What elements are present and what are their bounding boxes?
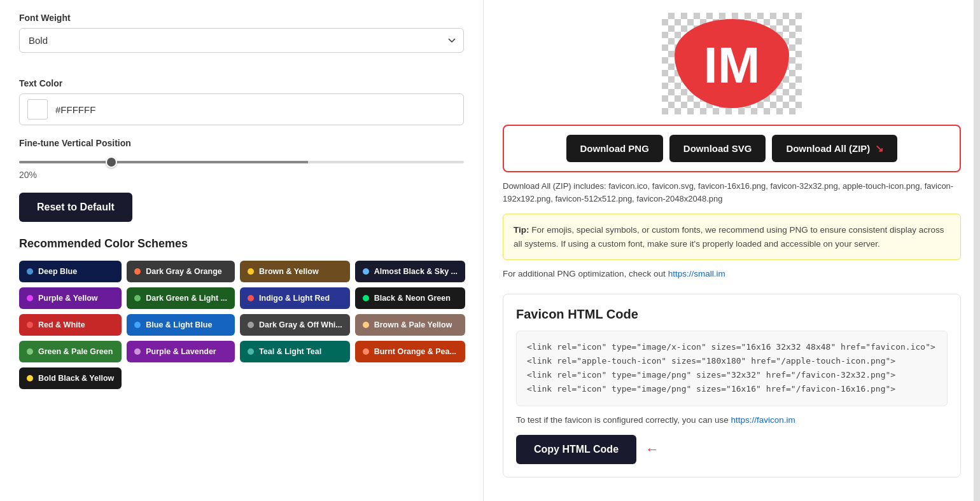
- download-buttons-wrapper: Download PNG Download SVG Download All (…: [503, 125, 961, 172]
- code-line: <link rel="icon" type="image/x-icon" siz…: [527, 340, 937, 354]
- scheme-dot-10: [248, 322, 254, 328]
- favicon-preview-container: IM: [503, 13, 961, 114]
- scheme-label-16: Bold Black & Yellow: [38, 374, 114, 383]
- scheme-item-5[interactable]: Dark Green & Light ...: [127, 287, 235, 309]
- scheme-dot-2: [248, 268, 254, 275]
- recommended-color-schemes-section: Recommended Color Schemes Deep BlueDark …: [19, 237, 464, 389]
- recommended-title: Recommended Color Schemes: [19, 237, 464, 251]
- scheme-item-3[interactable]: Almost Black & Sky ...: [355, 261, 465, 282]
- code-line: <link rel="apple-touch-icon" sizes="180x…: [527, 354, 937, 368]
- font-weight-label: Font Weight: [19, 13, 464, 23]
- scheme-label-1: Dark Gray & Orange: [146, 267, 222, 276]
- scheme-label-8: Red & White: [38, 320, 85, 329]
- tip-text: For emojis, special symbols, or custom f…: [514, 225, 944, 249]
- scheme-label-3: Almost Black & Sky ...: [374, 267, 458, 276]
- font-weight-select[interactable]: Bold: [19, 28, 464, 53]
- scheme-dot-9: [134, 322, 141, 328]
- download-svg-button[interactable]: Download SVG: [669, 135, 766, 162]
- scheme-item-10[interactable]: Dark Gray & Off Whi...: [240, 314, 350, 336]
- right-panel: IM Download PNG Download SVG Download Al…: [484, 0, 980, 501]
- download-info-text: Download All (ZIP) includes: favicon.ico…: [503, 180, 961, 205]
- scheme-label-11: Brown & Pale Yellow: [374, 320, 452, 329]
- left-panel: Font Weight Bold Text Color Fine-tune Ve…: [0, 0, 484, 501]
- scheme-item-9[interactable]: Blue & Light Blue: [127, 314, 235, 336]
- scheme-label-5: Dark Green & Light ...: [146, 294, 227, 303]
- scheme-item-6[interactable]: Indigo & Light Red: [240, 287, 350, 309]
- reset-to-default-button[interactable]: Reset to Default: [19, 193, 132, 222]
- copy-html-code-button[interactable]: Copy HTML Code: [516, 435, 636, 464]
- png-optimization-text: For additional PNG optimization, check o…: [503, 269, 961, 278]
- scheme-label-7: Black & Neon Green: [374, 294, 451, 303]
- scheme-dot-11: [363, 322, 369, 328]
- code-line: <link rel="icon" type="image/png" sizes=…: [527, 382, 937, 396]
- scheme-dot-14: [248, 348, 254, 355]
- download-all-zip-label: Download All (ZIP): [786, 143, 870, 154]
- scheme-dot-7: [363, 295, 369, 301]
- text-color-section: Text Color: [19, 78, 464, 125]
- scheme-dot-13: [134, 348, 141, 355]
- scheme-item-14[interactable]: Teal & Light Teal: [240, 341, 350, 362]
- scheme-label-9: Blue & Light Blue: [146, 320, 212, 329]
- scheme-label-10: Dark Gray & Off Whi...: [259, 320, 342, 329]
- scheme-item-4[interactable]: Purple & Yellow: [19, 287, 122, 309]
- text-color-label: Text Color: [19, 78, 464, 88]
- scheme-label-4: Purple & Yellow: [38, 294, 98, 303]
- vertical-position-section: Fine-tune Vertical Position 20%: [19, 138, 464, 180]
- scheme-label-14: Teal & Light Teal: [259, 347, 321, 356]
- scheme-dot-1: [134, 268, 141, 275]
- scheme-dot-3: [363, 268, 369, 275]
- scheme-item-12[interactable]: Green & Pale Green: [19, 341, 122, 362]
- scheme-label-6: Indigo & Light Red: [259, 294, 330, 303]
- code-line: <link rel="icon" type="image/png" sizes=…: [527, 368, 937, 382]
- scheme-dot-16: [27, 375, 33, 381]
- slider-container: [19, 154, 464, 166]
- scheme-item-13[interactable]: Purple & Lavender: [127, 341, 235, 362]
- download-all-zip-button[interactable]: Download All (ZIP) ↘: [772, 135, 897, 162]
- scheme-item-8[interactable]: Red & White: [19, 314, 122, 336]
- favicon-im-link[interactable]: https://favicon.im: [731, 415, 795, 425]
- scheme-item-16[interactable]: Bold Black & Yellow: [19, 367, 122, 389]
- scheme-dot-8: [27, 322, 33, 328]
- scheme-item-2[interactable]: Brown & Yellow: [240, 261, 350, 282]
- color-schemes-grid: Deep BlueDark Gray & OrangeBrown & Yello…: [19, 261, 464, 389]
- slider-value: 20%: [19, 170, 464, 180]
- scheme-dot-12: [27, 348, 33, 355]
- download-png-button[interactable]: Download PNG: [566, 135, 663, 162]
- scheme-item-11[interactable]: Brown & Pale Yellow: [355, 314, 465, 336]
- favicon-svg: IM: [681, 22, 783, 105]
- download-arrow-icon: ↘: [875, 143, 883, 154]
- vertical-position-slider[interactable]: [19, 161, 464, 163]
- favicon-image: IM: [675, 19, 789, 108]
- favicon-preview: IM: [662, 13, 802, 114]
- scheme-dot-0: [27, 268, 33, 275]
- scheme-dot-4: [27, 295, 33, 301]
- scheme-label-2: Brown & Yellow: [259, 267, 319, 276]
- scheme-label-13: Purple & Lavender: [146, 347, 216, 356]
- font-weight-section: Font Weight Bold: [19, 13, 464, 65]
- scheme-item-1[interactable]: Dark Gray & Orange: [127, 261, 235, 282]
- color-input-row: [19, 93, 464, 125]
- scheme-item-15[interactable]: Burnt Orange & Pea...: [355, 341, 465, 362]
- scheme-dot-5: [134, 295, 141, 301]
- scrollbar[interactable]: [974, 0, 980, 501]
- html-code-title: Favicon HTML Code: [516, 307, 948, 322]
- code-block: <link rel="icon" type="image/x-icon" siz…: [516, 331, 948, 406]
- test-link-text: To test if the favicon is configured cor…: [516, 415, 948, 425]
- scheme-item-7[interactable]: Black & Neon Green: [355, 287, 465, 309]
- copy-arrow-icon: ←: [645, 441, 659, 458]
- scheme-label-15: Burnt Orange & Pea...: [374, 347, 456, 356]
- scheme-dot-15: [363, 348, 369, 355]
- small-im-link[interactable]: https://small.im: [668, 269, 725, 278]
- color-swatch[interactable]: [27, 99, 48, 120]
- html-code-section: Favicon HTML Code <link rel="icon" type=…: [503, 294, 961, 477]
- vertical-position-label: Fine-tune Vertical Position: [19, 138, 464, 148]
- scheme-label-0: Deep Blue: [38, 267, 77, 276]
- scheme-item-0[interactable]: Deep Blue: [19, 261, 122, 282]
- tip-label: Tip:: [514, 225, 529, 235]
- color-hex-input[interactable]: [55, 104, 456, 115]
- svg-text:IM: IM: [704, 37, 760, 93]
- scheme-dot-6: [248, 295, 254, 301]
- tip-box: Tip: For emojis, special symbols, or cus…: [503, 214, 961, 260]
- scheme-label-12: Green & Pale Green: [38, 347, 113, 356]
